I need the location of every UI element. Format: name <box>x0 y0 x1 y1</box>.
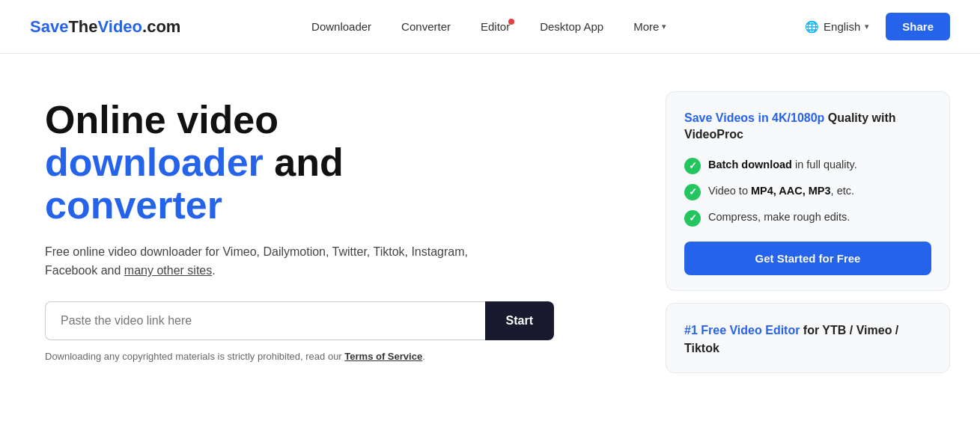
hero-title: Online video downloader and converter <box>45 99 636 227</box>
left-column: Online video downloader and converter Fr… <box>45 84 636 373</box>
nav-links: Downloader Converter Editor Desktop App … <box>204 14 773 39</box>
logo-com: .com <box>142 17 180 36</box>
more-chevron-icon: ▾ <box>662 22 666 31</box>
editor-notification-dot <box>508 19 514 25</box>
search-bar: Start <box>45 301 554 340</box>
card1-title: Save Videos in 4K/1080p Quality with Vid… <box>684 110 931 144</box>
disclaimer-text: Downloading any copyrighted materials is… <box>45 351 636 362</box>
language-selector[interactable]: 🌐 English ▾ <box>797 16 877 38</box>
card2-title: #1 Free Video Editor for YTB / Vimeo / T… <box>684 322 931 357</box>
other-sites-link[interactable]: many other sites <box>124 264 212 277</box>
lang-chevron-icon: ▾ <box>865 22 869 31</box>
logo-the: The <box>68 17 97 36</box>
navbar: SaveTheVideo.com Downloader Converter Ed… <box>0 0 980 54</box>
right-column: Save Videos in 4K/1080p Quality with Vid… <box>666 84 950 373</box>
feature-compress: ✓ Compress, make rough edits. <box>684 209 931 227</box>
terms-link[interactable]: Terms of Service <box>344 351 422 362</box>
logo[interactable]: SaveTheVideo.com <box>30 17 180 37</box>
video-url-input[interactable] <box>45 301 485 340</box>
videoproc-card: Save Videos in 4K/1080p Quality with Vid… <box>666 91 950 291</box>
share-button[interactable]: Share <box>886 13 950 40</box>
nav-more[interactable]: More ▾ <box>621 14 678 39</box>
feature-batch-download: ✓ Batch download in full quality. <box>684 157 931 174</box>
video-editor-card: #1 Free Video Editor for YTB / Vimeo / T… <box>666 303 950 373</box>
nav-right: 🌐 English ▾ Share <box>797 13 950 40</box>
nav-desktop-app[interactable]: Desktop App <box>528 14 615 39</box>
get-started-button[interactable]: Get Started for Free <box>684 242 931 275</box>
start-button[interactable]: Start <box>485 301 554 340</box>
check-icon-3: ✓ <box>684 210 701 227</box>
feature-formats: ✓ Video to MP4, AAC, MP3, etc. <box>684 183 931 200</box>
feature-list: ✓ Batch download in full quality. ✓ Vide… <box>684 157 931 227</box>
logo-save: Save <box>30 17 68 36</box>
nav-converter[interactable]: Converter <box>389 14 463 39</box>
nav-editor[interactable]: Editor <box>469 14 522 39</box>
check-icon-1: ✓ <box>684 158 701 174</box>
main-content: Online video downloader and converter Fr… <box>0 54 980 403</box>
hero-description: Free online video downloader for Vimeo, … <box>45 242 494 280</box>
globe-icon: 🌐 <box>805 20 819 34</box>
nav-downloader[interactable]: Downloader <box>299 14 383 39</box>
logo-video: Video <box>98 17 143 36</box>
check-icon-2: ✓ <box>684 184 701 200</box>
